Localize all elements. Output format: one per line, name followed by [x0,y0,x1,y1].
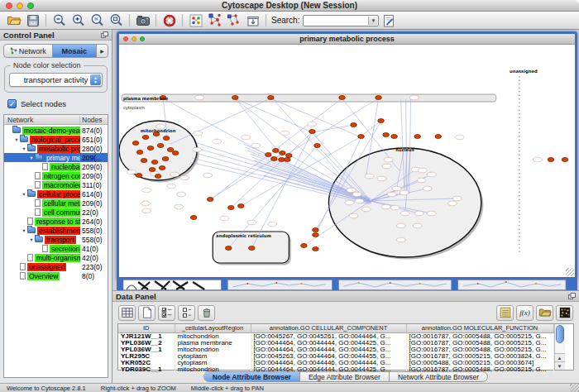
search-dropdown-arrow[interactable]: ▼ [368,17,377,25]
network-node[interactable] [313,228,319,232]
disclosure-triangle[interactable]: ▼ [21,146,27,151]
network-node-label[interactable] [127,170,136,174]
attribute-matrix-button[interactable] [118,305,136,321]
tab-network-attribute-browser[interactable]: Network Attribute Browser [390,372,487,381]
minimized-window[interactable] [227,280,332,290]
network-node-label[interactable] [417,178,426,183]
table-scrollbar[interactable]: ▲ ▼ [554,324,565,370]
network-node[interactable] [157,144,164,148]
tree-row[interactable]: ▼primary metabo209(... [4,153,108,162]
network-node-label[interactable] [195,95,204,100]
network-node[interactable] [351,123,357,127]
network-node-label[interactable] [347,188,356,193]
tab-node-attribute-browser[interactable]: Node Attribute Browser [204,372,300,381]
zoom-button[interactable] [27,2,34,9]
network-node-label[interactable] [177,192,186,197]
network-node[interactable] [136,174,142,178]
network-node-label[interactable] [447,201,457,206]
network-node-label[interactable] [180,175,189,180]
zoom-selected-button[interactable] [88,12,107,28]
disclosure-triangle[interactable]: ▼ [21,228,27,233]
network-node-label[interactable] [220,216,229,221]
window-resize-grip[interactable] [570,383,579,392]
network-node[interactable] [309,130,316,134]
zoom-in-button[interactable] [69,12,88,28]
network-node-label[interactable] [167,184,176,189]
network-overview-button[interactable] [186,12,205,28]
network-node[interactable] [391,135,398,139]
network-node[interactable] [141,159,147,163]
network-node-label[interactable] [427,172,436,177]
network-node-label[interactable] [396,223,405,228]
open-file-button[interactable] [4,12,23,28]
tab-network[interactable]: Network [4,45,53,57]
network-node[interactable] [237,204,244,208]
network-node-label[interactable] [396,237,405,242]
network-node[interactable] [132,141,139,146]
snapshot-button[interactable] [133,12,152,28]
network-node-label[interactable] [377,176,386,181]
network-node[interactable] [136,151,143,155]
tree-row[interactable]: nitrogen compo209(0) [4,171,108,180]
network-node-label[interactable] [170,172,179,177]
tab-mosaic[interactable]: Mosaic [53,45,97,57]
minimized-window[interactable] [338,280,451,290]
tree-row[interactable]: cell communicat22(0) [4,208,108,217]
scroll-down-arrow[interactable]: ▼ [555,361,565,370]
network-node[interactable] [562,158,568,162]
tree-row[interactable]: ▼metabolic process280(0) [4,144,108,153]
table-row[interactable]: YJR121W__1mitochondrion[GO:0045267, GO:0… [118,332,553,340]
network-node[interactable] [159,166,165,170]
network-node[interactable] [273,149,280,153]
network-node[interactable] [313,233,319,237]
network-node-label[interactable] [308,122,317,127]
network-node-label[interactable] [193,147,202,152]
network-node-label[interactable] [203,173,213,178]
network-node[interactable] [376,96,382,100]
network-node[interactable] [435,135,442,139]
network-node-label[interactable] [414,211,423,216]
network-node[interactable] [155,174,161,179]
network-node-label[interactable] [390,205,400,210]
network-node[interactable] [301,244,308,248]
network-node-label[interactable] [455,135,464,140]
save-session-button[interactable] [23,12,42,28]
tree-row[interactable]: ▼biological_process651(0) [4,135,108,144]
network-node[interactable] [314,144,321,148]
network-node-label[interactable] [280,131,290,136]
matrix-view-button[interactable] [556,305,573,321]
new-attribute-button[interactable] [138,305,156,321]
table-row[interactable]: YPL036W__1mitochondrion[GO:0044464, GO:0… [118,347,553,353]
network-node[interactable] [268,96,275,100]
network-node-label[interactable] [194,131,203,136]
network-node-label[interactable] [142,208,151,213]
network-node-label[interactable] [384,157,393,162]
formula-builder-button[interactable]: f(x) [516,305,534,321]
network-node[interactable] [172,151,179,155]
network-node-label[interactable] [175,204,184,209]
network-node[interactable] [548,158,554,162]
network-node-label[interactable] [418,168,427,173]
network-node[interactable] [151,160,158,165]
close-button[interactable] [6,2,12,9]
tree-row[interactable]: ▼transport558(0) [4,235,108,244]
disclosure-triangle[interactable]: ▼ [21,192,27,197]
tree-row[interactable]: nucleobase-209(0) [4,162,108,171]
network-node[interactable] [162,157,169,161]
network-node-label[interactable] [141,201,151,206]
network-node[interactable] [279,158,285,162]
close-button[interactable] [123,36,128,41]
network-node-label[interactable] [355,198,364,203]
network-node[interactable] [190,216,197,220]
network-node[interactable] [232,96,238,100]
attribute-editor-button[interactable] [379,12,398,28]
network-node[interactable] [147,146,154,151]
network-node-label[interactable] [247,220,256,225]
float-panel-icon[interactable] [101,31,108,38]
network-window-titlebar[interactable]: primary metabolic process [119,34,575,45]
import-attributes-button[interactable] [536,305,553,321]
column-header[interactable]: ID [118,324,175,332]
tree-row[interactable]: response to stimulu264(0) [4,217,108,226]
network-node[interactable] [358,135,365,139]
network-node-label[interactable] [365,174,374,179]
